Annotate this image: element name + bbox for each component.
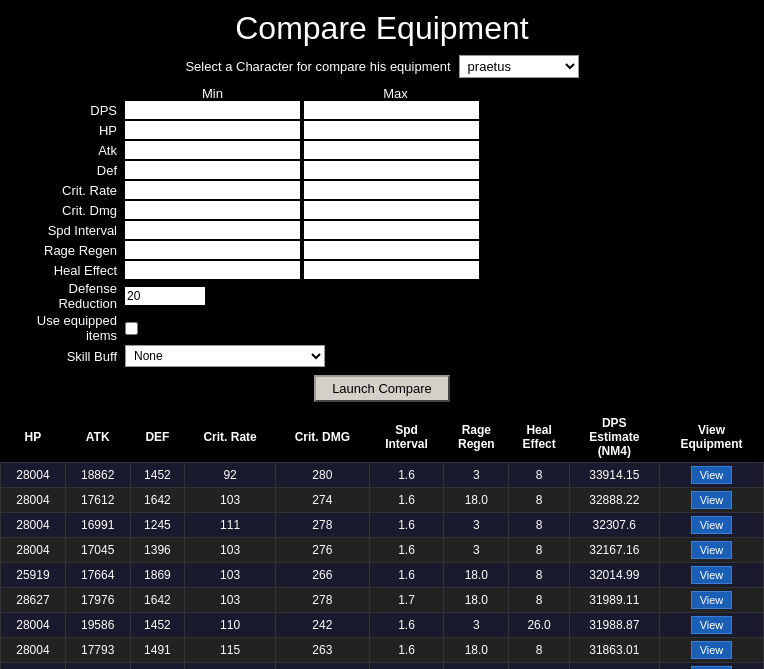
table-cell-view: View xyxy=(659,463,763,488)
field-row: Spd Interval xyxy=(10,221,754,239)
field-label-hp: HP xyxy=(10,123,125,138)
table-cell: 18862 xyxy=(65,463,130,488)
page-title: Compare Equipment xyxy=(0,0,764,55)
view-equipment-button[interactable]: View xyxy=(691,616,733,634)
skill-buff-select[interactable]: None xyxy=(125,345,325,367)
defense-reduction-label: Defense Reduction xyxy=(10,281,125,311)
table-cell: 8 xyxy=(509,588,569,613)
table-cell: 1.6 xyxy=(369,663,443,670)
table-header: RageRegen xyxy=(444,412,509,463)
field-min-input-5[interactable] xyxy=(125,201,300,219)
field-max-input-0[interactable] xyxy=(304,101,479,119)
skill-buff-label: Skill Buff xyxy=(10,349,125,364)
table-row: 303731940214521092421.63831715.46View xyxy=(1,663,764,670)
field-min-input-7[interactable] xyxy=(125,241,300,259)
view-equipment-button[interactable]: View xyxy=(691,491,733,509)
view-equipment-button[interactable]: View xyxy=(691,516,733,534)
field-row: Rage Regen xyxy=(10,241,754,259)
field-min-input-2[interactable] xyxy=(125,141,300,159)
table-cell: 28004 xyxy=(1,463,66,488)
table-cell: 16991 xyxy=(65,513,130,538)
table-cell: 17612 xyxy=(65,488,130,513)
table-cell: 17976 xyxy=(65,588,130,613)
view-equipment-button[interactable]: View xyxy=(691,591,733,609)
table-cell: 1.6 xyxy=(369,638,443,663)
table-header: HP xyxy=(1,412,66,463)
launch-compare-button[interactable]: Launch Compare xyxy=(314,375,450,402)
field-max-input-6[interactable] xyxy=(304,221,479,239)
table-row: 286271797616421032781.718.0831989.11View xyxy=(1,588,764,613)
table-cell: 18.0 xyxy=(444,488,509,513)
field-max-input-5[interactable] xyxy=(304,201,479,219)
field-label-dps: DPS xyxy=(10,103,125,118)
table-cell: 103 xyxy=(185,488,276,513)
field-min-input-8[interactable] xyxy=(125,261,300,279)
table-cell: 31715.46 xyxy=(569,663,659,670)
field-label-spd-interval: Spd Interval xyxy=(10,223,125,238)
table-cell: 1491 xyxy=(130,638,185,663)
field-max-input-4[interactable] xyxy=(304,181,479,199)
view-equipment-button[interactable]: View xyxy=(691,541,733,559)
table-cell: 3 xyxy=(444,513,509,538)
character-select[interactable]: praetus xyxy=(459,55,579,78)
field-row: Def xyxy=(10,161,754,179)
table-cell: 17664 xyxy=(65,563,130,588)
table-row: 280041779314911152631.618.0831863.01View xyxy=(1,638,764,663)
table-cell: 28004 xyxy=(1,488,66,513)
field-min-input-4[interactable] xyxy=(125,181,300,199)
field-min-input-3[interactable] xyxy=(125,161,300,179)
table-cell: 1.6 xyxy=(369,538,443,563)
field-min-input-0[interactable] xyxy=(125,101,300,119)
table-cell: 28004 xyxy=(1,638,66,663)
field-row: Heal Effect xyxy=(10,261,754,279)
results-table: HPATKDEFCrit. RateCrit. DMGSpdIntervalRa… xyxy=(0,412,764,669)
table-cell-view: View xyxy=(659,663,763,670)
table-header: ATK xyxy=(65,412,130,463)
table-cell: 3 xyxy=(444,538,509,563)
table-cell: 3 xyxy=(444,663,509,670)
table-cell: 1396 xyxy=(130,538,185,563)
min-label: Min xyxy=(125,86,300,101)
field-row: DPS xyxy=(10,101,754,119)
table-cell: 1.6 xyxy=(369,488,443,513)
field-max-input-2[interactable] xyxy=(304,141,479,159)
table-cell: 278 xyxy=(275,588,369,613)
table-cell: 274 xyxy=(275,488,369,513)
field-max-input-8[interactable] xyxy=(304,261,479,279)
table-cell: 1452 xyxy=(130,463,185,488)
field-min-input-1[interactable] xyxy=(125,121,300,139)
field-label-rage-regen: Rage Regen xyxy=(10,243,125,258)
table-cell: 28627 xyxy=(1,588,66,613)
table-cell: 28004 xyxy=(1,538,66,563)
table-cell: 1.7 xyxy=(369,588,443,613)
field-max-input-7[interactable] xyxy=(304,241,479,259)
table-cell: 28004 xyxy=(1,613,66,638)
table-cell: 1869 xyxy=(130,563,185,588)
field-max-input-1[interactable] xyxy=(304,121,479,139)
table-cell: 8 xyxy=(509,663,569,670)
table-cell: 8 xyxy=(509,538,569,563)
table-cell: 1642 xyxy=(130,488,185,513)
table-cell: 1.6 xyxy=(369,613,443,638)
table-cell: 242 xyxy=(275,613,369,638)
view-equipment-button[interactable]: View xyxy=(691,466,733,484)
table-cell-view: View xyxy=(659,613,763,638)
use-equipped-label: Use equipped items xyxy=(10,313,125,343)
defense-reduction-input[interactable] xyxy=(125,287,205,305)
table-cell-view: View xyxy=(659,513,763,538)
use-equipped-checkbox[interactable] xyxy=(125,322,138,335)
table-row: 280041761216421032741.618.0832888.22View xyxy=(1,488,764,513)
table-cell: 8 xyxy=(509,488,569,513)
table-cell: 25919 xyxy=(1,563,66,588)
table-cell: 17045 xyxy=(65,538,130,563)
view-equipment-button[interactable]: View xyxy=(691,566,733,584)
view-equipment-button[interactable]: View xyxy=(691,641,733,659)
table-cell: 280 xyxy=(275,463,369,488)
field-min-input-6[interactable] xyxy=(125,221,300,239)
table-cell: 1.6 xyxy=(369,463,443,488)
table-cell: 103 xyxy=(185,538,276,563)
field-max-input-3[interactable] xyxy=(304,161,479,179)
table-cell: 17793 xyxy=(65,638,130,663)
table-header: Crit. Rate xyxy=(185,412,276,463)
table-cell: 103 xyxy=(185,563,276,588)
